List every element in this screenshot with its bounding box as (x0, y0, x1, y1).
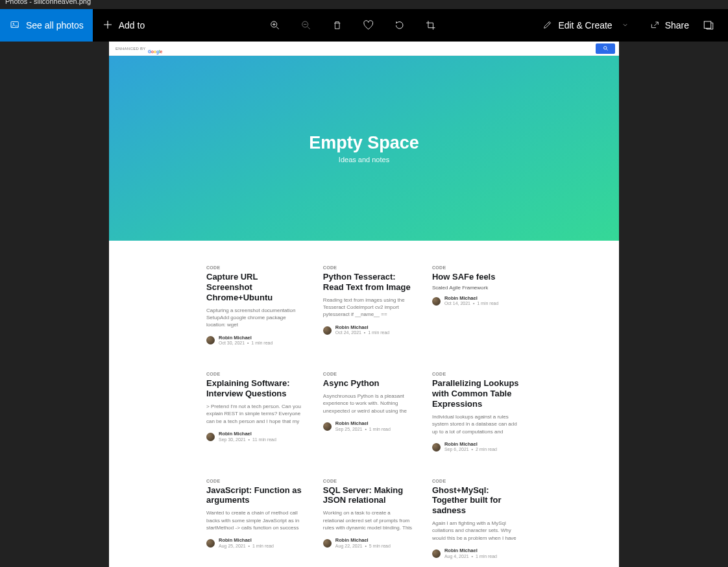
post-category: CODE (323, 265, 413, 270)
post-card[interactable]: CODEPython Tesseract: Read Text from Ima… (323, 265, 413, 346)
post-category: CODE (432, 479, 522, 483)
post-date: Sep 25, 2021 • 1 min read (335, 427, 391, 432)
window-title: Photos - siliconheaven.png (5, 0, 91, 5)
post-card[interactable]: CODEAsync PythonAsynchronous Python is a… (323, 372, 413, 452)
post-title: Ghost+MySql: Together built for sadness (432, 485, 522, 516)
post-category: CODE (323, 479, 413, 483)
post-author: Robin Michael (444, 548, 497, 554)
post-author: Robin Michael (444, 296, 498, 302)
post-date: Aug 4, 2021 • 1 min read (444, 554, 497, 559)
post-meta: Robin MichaelSep 30, 2021 • 11 min read (206, 431, 304, 442)
post-title: Async Python (323, 378, 413, 389)
post-author: Robin Michael (335, 538, 391, 544)
photo-viewer: ENHANCED BY Google Empty Space Ideas and… (0, 42, 728, 567)
edit-icon (542, 19, 553, 32)
post-date: Aug 25, 2021 • 1 min read (219, 544, 274, 549)
site-tagline: Ideas and notes (339, 156, 389, 163)
post-author: Robin Michael (335, 325, 389, 331)
avatar (206, 433, 215, 441)
edit-create-button[interactable]: Edit & Create (533, 9, 637, 42)
post-card[interactable]: CODEHow SAFe feelsScaled Agile Framework… (432, 265, 522, 346)
post-author: Robin Michael (444, 442, 497, 448)
post-excerpt: Working on a task to create a relational… (323, 509, 413, 533)
post-title: How SAFe feels (432, 272, 522, 282)
toolbar: See all photos Add to E (0, 9, 728, 42)
delete-button[interactable] (322, 9, 353, 42)
post-meta: Robin MichaelOct 14, 2021 • 1 min read (432, 296, 522, 307)
share-icon (649, 19, 660, 32)
post-meta: Robin MichaelOct 24, 2021 • 1 min read (323, 325, 413, 336)
google-logo: Google (148, 46, 167, 51)
svg-rect-4 (704, 21, 711, 29)
post-title: SQL Server: Making JSON relational (323, 485, 413, 506)
search-bar[interactable]: ENHANCED BY Google (109, 42, 619, 56)
post-meta: Robin MichaelOct 30, 2021 • 1 min read (206, 335, 304, 346)
avatar (206, 336, 215, 344)
favorite-button[interactable] (353, 9, 384, 42)
rotate-button[interactable] (384, 9, 415, 42)
post-excerpt: > Pretend I'm not a tech person. Can you… (206, 403, 304, 426)
see-all-photos-button[interactable]: See all photos (0, 9, 93, 42)
zoom-out-button[interactable] (291, 9, 322, 42)
chevron-down-icon (622, 20, 629, 30)
post-title: Capture URL Screenshot Chrome+Ubuntu (206, 272, 304, 303)
window-title-bar: Photos - siliconheaven.png (0, 0, 728, 9)
webpage-screenshot: ENHANCED BY Google Empty Space Ideas and… (109, 42, 619, 567)
post-category: CODE (432, 265, 522, 270)
post-card[interactable]: CODEExplaining Software: Interview Quest… (206, 372, 304, 452)
add-to-button[interactable]: Add to (93, 9, 154, 42)
post-meta: Robin MichaelAug 25, 2021 • 1 min read (206, 538, 304, 549)
enhanced-by-label: ENHANCED BY (115, 47, 146, 51)
post-author: Robin Michael (219, 431, 276, 437)
post-excerpt: Wanted to create a chain of method call … (206, 509, 304, 533)
site-title: Empty Space (309, 133, 419, 153)
post-category: CODE (206, 372, 304, 376)
post-card[interactable]: CODEParallelizing Lookups with Common Ta… (432, 372, 522, 452)
post-meta: Robin MichaelSep 25, 2021 • 1 min read (323, 421, 413, 432)
avatar (432, 549, 441, 558)
post-meta: Robin MichaelAug 4, 2021 • 1 min read (432, 548, 522, 559)
post-date: Sep 6, 2021 • 2 min read (444, 447, 497, 452)
more-button[interactable] (701, 9, 716, 42)
post-card[interactable]: CODECapture URL Screenshot Chrome+Ubuntu… (206, 265, 304, 346)
post-date: Oct 30, 2021 • 1 min read (219, 341, 273, 346)
search-button[interactable] (596, 43, 615, 54)
right-toolbar: Edit & Create Share (533, 9, 716, 42)
post-author: Robin Michael (219, 335, 273, 341)
avatar (323, 422, 332, 431)
svg-text:Google: Google (148, 49, 163, 54)
post-date: Oct 24, 2021 • 1 min read (335, 330, 389, 335)
post-card[interactable]: CODEJavaScript: Function as argumentsWan… (206, 479, 304, 559)
post-date: Sep 30, 2021 • 11 min read (219, 437, 276, 442)
post-category: CODE (323, 372, 413, 376)
svg-point-6 (603, 47, 607, 50)
post-excerpt: Capturing a screenshot documentation Set… (206, 307, 304, 330)
avatar (432, 443, 441, 452)
post-card[interactable]: CODEGhost+MySql: Together built for sadn… (432, 479, 522, 559)
post-excerpt: Again I am fighting with a MySql collati… (432, 520, 522, 543)
zoom-in-button[interactable] (260, 9, 291, 42)
post-excerpt: Asynchronous Python is a pleasant experi… (323, 392, 413, 416)
post-title: JavaScript: Function as arguments (206, 485, 304, 506)
post-author: Robin Michael (219, 538, 274, 544)
post-card[interactable]: CODESQL Server: Making JSON relationalWo… (323, 479, 413, 559)
plus-icon (102, 19, 114, 32)
post-title: Python Tesseract: Read Text from Image (323, 272, 413, 293)
collection-icon (9, 19, 21, 32)
post-meta: Robin MichaelSep 6, 2021 • 2 min read (432, 442, 522, 453)
post-subtitle: Scaled Agile Framework (432, 285, 522, 291)
post-category: CODE (432, 372, 522, 376)
center-toolbar (260, 9, 446, 42)
avatar (323, 539, 332, 548)
share-button[interactable]: Share (640, 9, 698, 42)
post-title: Parallelizing Lookups with Common Table … (432, 378, 522, 409)
crop-button[interactable] (415, 9, 446, 42)
avatar (323, 326, 332, 335)
svg-point-1 (13, 23, 14, 24)
hero-banner: Empty Space Ideas and notes (109, 56, 619, 241)
post-category: CODE (206, 479, 304, 483)
avatar (432, 297, 441, 306)
post-date: Aug 22, 2021 • 5 min read (335, 544, 391, 549)
post-meta: Robin MichaelAug 22, 2021 • 5 min read (323, 538, 413, 549)
post-excerpt: Individual lookups against a rules syste… (432, 413, 522, 437)
